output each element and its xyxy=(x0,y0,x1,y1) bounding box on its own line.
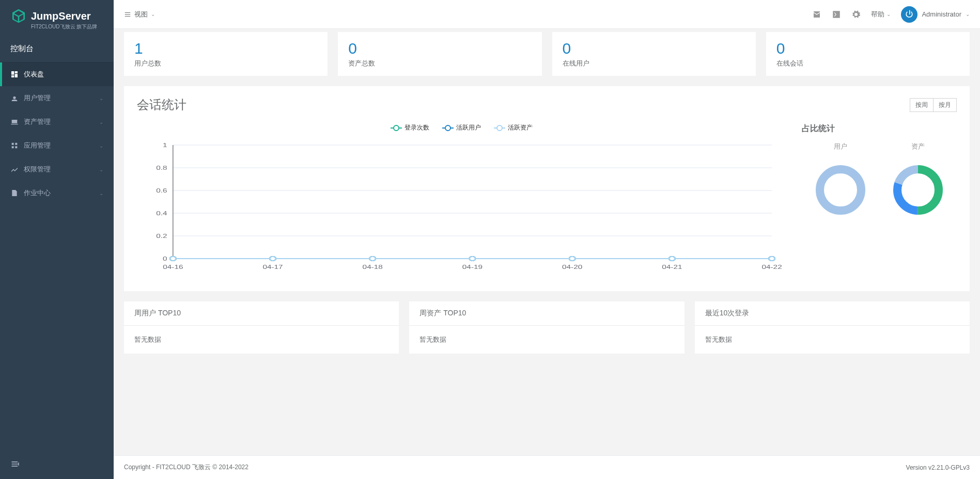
sidebar-item-apps[interactable]: 应用管理⌄ xyxy=(0,134,114,157)
legend-item[interactable]: 活跃用户 xyxy=(442,123,481,132)
logo-area[interactable]: JumpServer FIT2CLOUD飞致云 旗下品牌 xyxy=(0,0,114,36)
copyright: Copyright - FIT2CLOUD 飞致云 © 2014-2022 xyxy=(124,463,248,472)
card-empty-text: 暂无数据 xyxy=(695,326,970,354)
svg-text:0.4: 0.4 xyxy=(156,210,167,216)
stat-label: 在线用户 xyxy=(563,59,745,68)
avatar xyxy=(901,6,917,23)
svg-text:0.6: 0.6 xyxy=(156,187,167,194)
sidebar-item-jobs[interactable]: 作业中心⌄ xyxy=(0,181,114,205)
nav-label: 资产管理 xyxy=(24,117,99,126)
card-empty-text: 暂无数据 xyxy=(124,326,399,354)
card-title: 周资产 TOP10 xyxy=(409,301,684,326)
nav-label: 应用管理 xyxy=(24,141,99,150)
nav-label: 作业中心 xyxy=(24,188,99,198)
stat-value: 0 xyxy=(563,40,745,57)
chevron-down-icon: ⌄ xyxy=(99,167,103,172)
legend-marker-icon xyxy=(391,125,402,131)
bottom-row: 周用户 TOP10暂无数据周资产 TOP10暂无数据最近10次登录暂无数据 xyxy=(124,301,970,354)
bottom-card-0: 周用户 TOP10暂无数据 xyxy=(124,301,399,354)
chevron-down-icon: ⌄ xyxy=(99,143,103,149)
chart-month-button[interactable]: 按月 xyxy=(934,98,957,112)
legend-marker-icon xyxy=(442,125,454,131)
chart-legend[interactable]: 登录次数活跃用户活跃资产 xyxy=(137,123,786,132)
user-menu[interactable]: Administrator ⌄ xyxy=(901,6,970,23)
perms-icon xyxy=(10,165,19,173)
svg-text:04-16: 04-16 xyxy=(163,264,183,270)
stat-value: 0 xyxy=(776,40,959,57)
session-chart-card: 会话统计 按周 按月 登录次数活跃用户活跃资产 00.20.40.60.8104… xyxy=(124,86,970,291)
svg-point-41 xyxy=(769,257,774,261)
svg-point-39 xyxy=(569,257,575,261)
users-icon xyxy=(10,94,19,102)
mail-icon[interactable] xyxy=(812,10,821,19)
line-chart: 00.20.40.60.8104-1604-1704-1804-1904-200… xyxy=(137,140,786,274)
stat-label: 用户总数 xyxy=(134,59,317,68)
view-switcher[interactable]: 视图 ⌄ xyxy=(124,10,155,19)
gear-icon[interactable] xyxy=(851,10,861,19)
apps-icon xyxy=(10,141,19,150)
brand-tagline: FIT2CLOUD飞致云 旗下品牌 xyxy=(31,23,103,30)
stat-card-1[interactable]: 0资产总数 xyxy=(338,32,541,76)
assets-icon xyxy=(10,118,19,126)
legend-item[interactable]: 登录次数 xyxy=(391,123,429,132)
brand-name: JumpServer xyxy=(31,10,91,22)
help-link[interactable]: 帮助 ⌄ xyxy=(871,10,891,19)
help-label: 帮助 xyxy=(871,10,884,19)
chevron-down-icon: ⌄ xyxy=(886,11,891,17)
dashboard-icon xyxy=(10,70,19,78)
topbar: 视图 ⌄ 帮助 ⌄ Administrator ⌄ xyxy=(114,0,980,29)
terminal-icon[interactable] xyxy=(832,10,841,19)
svg-text:04-18: 04-18 xyxy=(363,264,383,270)
chart-title: 会话统计 xyxy=(137,97,186,113)
legend-label: 活跃用户 xyxy=(456,123,481,132)
svg-text:0: 0 xyxy=(163,256,167,262)
bottom-card-2: 最近10次登录暂无数据 xyxy=(695,301,970,354)
svg-text:04-20: 04-20 xyxy=(562,264,582,270)
svg-point-35 xyxy=(170,257,176,261)
sidebar-item-perms[interactable]: 权限管理⌄ xyxy=(0,157,114,181)
stat-card-0[interactable]: 1用户总数 xyxy=(124,32,328,76)
stat-label: 在线会话 xyxy=(776,59,959,68)
donut-label-user: 用户 xyxy=(834,142,847,151)
footer: Copyright - FIT2CLOUD 飞致云 © 2014-2022 Ve… xyxy=(114,455,980,479)
list-icon xyxy=(124,11,131,18)
sidebar: JumpServer FIT2CLOUD飞致云 旗下品牌 控制台 仪表盘用户管理… xyxy=(0,0,114,479)
card-title: 周用户 TOP10 xyxy=(124,301,399,326)
sidebar-collapse[interactable] xyxy=(0,451,114,479)
card-empty-text: 暂无数据 xyxy=(409,326,684,354)
legend-marker-icon xyxy=(494,125,505,131)
sidebar-item-assets[interactable]: 资产管理⌄ xyxy=(0,110,114,134)
stat-value: 0 xyxy=(348,40,531,57)
svg-point-37 xyxy=(370,257,376,261)
card-title: 最近10次登录 xyxy=(695,301,970,326)
nav-menu: 仪表盘用户管理⌄资产管理⌄应用管理⌄权限管理⌄作业中心⌄ xyxy=(0,62,114,205)
username: Administrator xyxy=(922,10,961,18)
chevron-down-icon: ⌄ xyxy=(151,11,155,17)
svg-text:04-21: 04-21 xyxy=(662,264,682,270)
nav-label: 权限管理 xyxy=(24,165,99,174)
svg-point-42 xyxy=(820,169,861,211)
stat-card-3[interactable]: 0在线会话 xyxy=(766,32,970,76)
sidebar-item-dashboard[interactable]: 仪表盘 xyxy=(0,62,114,86)
chevron-down-icon: ⌄ xyxy=(966,11,970,17)
sidebar-item-users[interactable]: 用户管理⌄ xyxy=(0,86,114,110)
donut-label-asset: 资产 xyxy=(911,142,925,151)
stat-value: 1 xyxy=(134,40,317,57)
stat-label: 资产总数 xyxy=(348,59,531,68)
svg-text:04-17: 04-17 xyxy=(262,264,283,270)
svg-text:0.2: 0.2 xyxy=(156,233,167,239)
legend-label: 活跃资产 xyxy=(508,123,533,132)
power-icon xyxy=(904,9,914,20)
version: Version v2.21.0-GPLv3 xyxy=(906,464,970,471)
legend-label: 登录次数 xyxy=(405,123,429,132)
stats-row: 1用户总数0资产总数0在线用户0在线会话 xyxy=(124,32,970,76)
console-title: 控制台 xyxy=(0,36,114,62)
bottom-card-1: 周资产 TOP10暂无数据 xyxy=(409,301,684,354)
chart-week-button[interactable]: 按周 xyxy=(910,98,934,112)
nav-label: 用户管理 xyxy=(24,93,99,103)
stat-card-2[interactable]: 0在线用户 xyxy=(552,32,756,76)
ratio-title: 占比统计 xyxy=(802,123,957,134)
legend-item[interactable]: 活跃资产 xyxy=(494,123,533,132)
svg-point-38 xyxy=(470,257,475,261)
jobs-icon xyxy=(10,189,19,197)
